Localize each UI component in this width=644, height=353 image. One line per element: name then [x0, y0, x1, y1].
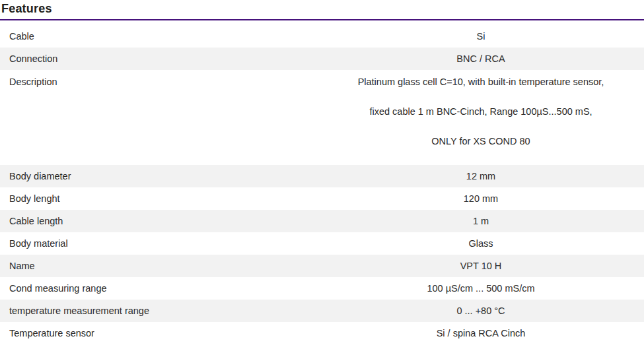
- row-label: Cond measuring range: [0, 283, 320, 294]
- row-value: 100 µS/cm ... 500 mS/cm: [320, 283, 644, 294]
- table-row: Body materialGlass: [0, 232, 644, 255]
- row-value: 0 ... +80 °C: [320, 305, 644, 316]
- description-line: fixed cable 1 m BNC-Cinch, Range 100µS..…: [320, 106, 641, 117]
- table-row: Cable length1 m: [0, 210, 644, 232]
- row-value: VPT 10 H: [320, 261, 644, 271]
- row-label: Body material: [0, 238, 320, 249]
- row-value: Si: [320, 31, 644, 42]
- row-label: Cable: [0, 31, 320, 42]
- row-label: Temperature sensor: [0, 328, 320, 338]
- table-row: ConnectionBNC / RCA: [0, 48, 644, 70]
- row-label: Body diameter: [0, 171, 320, 181]
- features-table: CableSiConnectionBNC / RCADescriptionPla…: [0, 25, 644, 344]
- row-value: BNC / RCA: [320, 53, 644, 64]
- row-label: Connection: [0, 53, 320, 64]
- page-title: Features: [0, 0, 644, 20]
- row-label: Description: [0, 77, 320, 88]
- table-row: DescriptionPlatinum glass cell C=10, wit…: [0, 70, 644, 165]
- row-label: Name: [0, 261, 320, 271]
- row-value: 120 mm: [320, 193, 644, 204]
- row-value: Platinum glass cell C=10, with built-in …: [320, 77, 644, 147]
- row-value: Si / spina RCA Cinch: [320, 328, 644, 338]
- description-line: ONLY for XS COND 80: [320, 136, 641, 147]
- table-row: Temperature sensorSi / spina RCA Cinch: [0, 322, 644, 344]
- table-row: temperature measurement range0 ... +80 °…: [0, 300, 644, 322]
- row-value: 12 mm: [320, 171, 644, 181]
- row-label: Cable length: [0, 216, 320, 226]
- table-row: Body lenght120 mm: [0, 187, 644, 210]
- row-value: Glass: [320, 238, 644, 249]
- table-row: NameVPT 10 H: [0, 255, 644, 277]
- table-row: Body diameter12 mm: [0, 165, 644, 187]
- table-row: Cond measuring range100 µS/cm ... 500 mS…: [0, 277, 644, 300]
- row-label: temperature measurement range: [0, 305, 320, 316]
- row-value: 1 m: [320, 216, 644, 226]
- row-label: Body lenght: [0, 193, 320, 204]
- table-row: CableSi: [0, 25, 644, 48]
- description-line: Platinum glass cell C=10, with built-in …: [320, 77, 641, 88]
